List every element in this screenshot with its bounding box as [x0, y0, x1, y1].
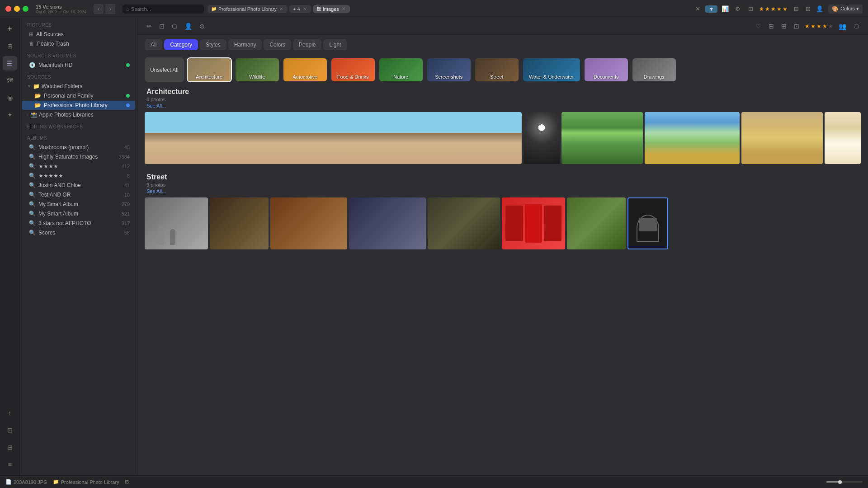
expand-button[interactable]: ⊡ — [745, 4, 755, 14]
photo-thumb[interactable] — [210, 197, 269, 249]
sidebar-watched-folders-group[interactable]: ▼ 📁 Watched Folders — [22, 82, 135, 91]
shape-button[interactable]: ⬡ — [170, 22, 179, 31]
sidebar-album-test-and-or[interactable]: 🔍 Test AND OR 10 — [22, 190, 135, 199]
tab-people[interactable]: People — [293, 39, 321, 50]
settings-button[interactable]: ⚙ — [733, 4, 743, 14]
view-mode-3[interactable]: 👤 — [815, 4, 825, 14]
minimize-button[interactable] — [14, 6, 20, 12]
photo-thumb[interactable] — [524, 112, 560, 164]
view-mode-2[interactable]: ⊞ — [803, 4, 813, 14]
photo-thumb[interactable] — [567, 197, 626, 249]
star-1[interactable]: ★ — [759, 6, 764, 12]
content-star-5[interactable]: ★ — [828, 23, 833, 29]
pill-street[interactable]: Street — [474, 57, 519, 82]
chart-button[interactable]: 📊 — [720, 4, 730, 14]
view-toggle-1[interactable]: ⊟ — [767, 22, 776, 31]
ai-view-button[interactable]: ✦ — [3, 108, 17, 122]
person-button[interactable]: 👤 — [183, 22, 194, 31]
export-button[interactable]: ⊡ — [3, 423, 17, 437]
tab-styles[interactable]: Styles — [200, 39, 226, 50]
tab-images[interactable]: 🖼 Images ✕ — [313, 5, 350, 13]
pill-screenshots[interactable]: Screenshots — [426, 57, 472, 82]
photo-thumb[interactable] — [561, 112, 643, 164]
content-star-2[interactable]: ★ — [811, 23, 816, 29]
sidebar-pro-library[interactable]: 📂 Professional Photo Library — [22, 101, 135, 110]
star-3[interactable]: ★ — [771, 6, 776, 12]
add-button[interactable]: + — [3, 22, 17, 36]
sidebar-macintosh-hd[interactable]: 💿 Macintosh HD — [22, 61, 135, 70]
colors-dropdown[interactable]: 🎨 Colors ▾ — [828, 5, 863, 14]
star-5[interactable]: ★ — [783, 6, 788, 12]
tab-close-images[interactable]: ✕ — [341, 6, 346, 11]
photo-thumb[interactable] — [428, 197, 500, 249]
unselect-all-button[interactable]: Unselect All — [145, 57, 184, 82]
slider-thumb[interactable] — [838, 480, 842, 484]
filter-button[interactable]: ▼ — [705, 5, 717, 13]
pill-wildlife[interactable]: Wildlife — [235, 57, 280, 82]
sidebar-album-3stars-no-afphoto[interactable]: 🔍 3 stars not AFPHOTO 317 — [22, 219, 135, 228]
sidebar-apple-photos-group[interactable]: › 📸 Apple Photos Libraries — [22, 110, 135, 119]
sidebar-album-4stars[interactable]: 🔍 ★★★★ 412 — [22, 162, 135, 171]
photo-thumb[interactable] — [349, 197, 426, 249]
photo-thumb[interactable] — [502, 197, 565, 249]
back-button[interactable]: ‹ — [94, 4, 104, 14]
pill-architecture[interactable]: Architecture — [187, 57, 232, 82]
tab-harmony[interactable]: Harmony — [228, 39, 262, 50]
tab-plus4[interactable]: + 4 ✕ — [289, 5, 311, 13]
content-star-4[interactable]: ★ — [822, 23, 827, 29]
photo-thumb[interactable] — [145, 197, 208, 249]
photo-thumb[interactable] — [145, 112, 522, 164]
tab-light[interactable]: Light — [323, 39, 347, 50]
content-star-3[interactable]: ★ — [816, 23, 821, 29]
pill-nature[interactable]: Nature — [378, 57, 424, 82]
map-view-button[interactable]: 🗺 — [3, 73, 17, 88]
photo-thumb[interactable] — [825, 112, 861, 164]
albums-view-button[interactable]: ☰ — [3, 56, 17, 70]
pill-water[interactable]: Water & Underwater — [522, 57, 581, 82]
architecture-see-all[interactable]: See All... — [146, 103, 861, 108]
view-toggle-2[interactable]: ⊞ — [779, 22, 788, 31]
tab-category[interactable]: Category — [164, 39, 198, 50]
sidebar-album-smart-2[interactable]: 🔍 My Smart Album 521 — [22, 209, 135, 218]
star-rating[interactable]: ★ ★ ★ ★ ★ — [759, 6, 788, 12]
view-mode-1[interactable]: ⊟ — [791, 4, 801, 14]
annotate-button[interactable]: ✏ — [145, 22, 154, 31]
photo-thumb[interactable] — [741, 112, 823, 164]
tab-close-plus4[interactable]: ✕ — [302, 6, 307, 11]
favorite-button[interactable]: ♡ — [754, 22, 763, 31]
content-star-1[interactable]: ★ — [805, 23, 810, 29]
people-toolbar-button[interactable]: 👥 — [837, 22, 848, 31]
star-4[interactable]: ★ — [777, 6, 782, 12]
pill-documents[interactable]: Documents — [584, 57, 629, 82]
sidebar-album-smart-1[interactable]: 🔍 My Smart Album 270 — [22, 200, 135, 209]
share-toolbar-button[interactable]: ⬡ — [852, 22, 861, 31]
clear-search-button[interactable]: ✕ — [693, 4, 703, 14]
menu-button[interactable]: ≡ — [3, 457, 17, 472]
sidebar-album-mushrooms[interactable]: 🔍 Mushrooms (prompt) 45 — [22, 143, 135, 152]
close-button[interactable] — [5, 6, 11, 12]
sidebar-album-saturated[interactable]: 🔍 Highly Saturated Images 3584 — [22, 152, 135, 161]
sidebar-all-sources[interactable]: ⊞ All Sources — [22, 30, 135, 39]
sidebar-album-5stars[interactable]: 🔍 ★★★★★ 8 — [22, 171, 135, 180]
tab-pro-library[interactable]: 📁 Professional Photo Library ✕ — [208, 5, 288, 13]
search-input[interactable] — [131, 6, 200, 12]
pill-food[interactable]: Food & Drinks — [330, 57, 376, 82]
sidebar-trash[interactable]: 🗑 Peakto Trash — [22, 39, 135, 48]
photo-thumb[interactable] — [645, 112, 740, 164]
view-toggle-3[interactable]: ⊡ — [792, 22, 801, 31]
sidebar-album-scores[interactable]: 🔍 Scores 58 — [22, 228, 135, 237]
sidebar-personal-family[interactable]: 📂 Personal and Family — [22, 91, 135, 100]
tag-button[interactable]: ⊘ — [198, 22, 207, 31]
photo-thumb-selected[interactable] — [627, 197, 668, 249]
pill-drawings[interactable]: Drawings — [632, 57, 677, 82]
street-see-all[interactable]: See All... — [146, 188, 861, 194]
forward-button[interactable]: › — [105, 4, 115, 14]
tab-close-pro-library[interactable]: ✕ — [278, 6, 284, 11]
pill-automotive[interactable]: Automotive — [283, 57, 328, 82]
crop-button[interactable]: ⊡ — [157, 22, 166, 31]
import-button[interactable]: ⊟ — [3, 440, 17, 455]
content-star-rating[interactable]: ★ ★ ★ ★ ★ — [805, 23, 833, 29]
star-2[interactable]: ★ — [765, 6, 770, 12]
photo-thumb[interactable] — [270, 197, 347, 249]
share-button[interactable]: ↑ — [3, 406, 17, 420]
